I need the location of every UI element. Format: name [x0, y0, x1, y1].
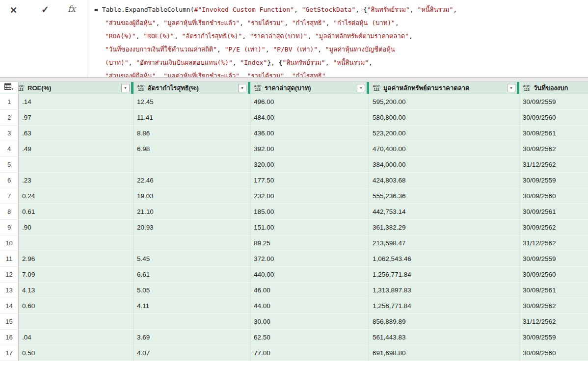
- data-cell[interactable]: .97: [19, 110, 134, 126]
- data-cell[interactable]: 177.50: [250, 173, 369, 188]
- data-cell[interactable]: .04: [19, 330, 134, 345]
- data-cell[interactable]: 30/09/2559: [519, 251, 588, 267]
- row-number[interactable]: 8: [0, 204, 19, 220]
- data-cell[interactable]: 30/09/2559: [519, 94, 588, 110]
- data-cell[interactable]: 361,382.29: [369, 220, 519, 235]
- data-cell[interactable]: 856,889.89: [369, 314, 519, 330]
- data-cell[interactable]: 30/09/2559: [519, 330, 588, 345]
- formula-input[interactable]: = Table.ExpandTableColumn(#"Invoked Cust…: [87, 0, 588, 77]
- data-cell[interactable]: 2.96: [19, 251, 134, 267]
- cancel-icon[interactable]: ✕: [10, 5, 17, 16]
- data-cell[interactable]: 30/09/2560: [519, 110, 588, 126]
- data-cell[interactable]: 372.00: [250, 251, 369, 267]
- data-cell[interactable]: 5.45: [134, 251, 250, 267]
- data-cell[interactable]: 62.50: [250, 330, 369, 345]
- data-cell[interactable]: 30/09/2561: [519, 126, 588, 141]
- data-cell[interactable]: 11.41: [134, 110, 250, 126]
- data-cell[interactable]: 185.00: [250, 204, 369, 220]
- data-cell[interactable]: 30.00: [250, 314, 369, 330]
- data-cell[interactable]: [134, 157, 250, 173]
- data-cell[interactable]: 22.46: [134, 173, 250, 188]
- filter-dropdown-button[interactable]: ▼: [507, 84, 515, 92]
- data-cell[interactable]: 0.50: [19, 345, 134, 361]
- row-number[interactable]: 6: [0, 173, 19, 188]
- data-cell[interactable]: 213,598.47: [369, 235, 519, 251]
- data-cell[interactable]: 31/12/2562: [519, 235, 588, 251]
- row-number[interactable]: 12: [0, 267, 19, 283]
- row-number[interactable]: 13: [0, 283, 19, 298]
- data-cell[interactable]: 0.61: [19, 204, 134, 220]
- row-number[interactable]: 9: [0, 220, 19, 235]
- data-cell[interactable]: 30/09/2559: [519, 173, 588, 188]
- select-all-button[interactable]: [0, 82, 19, 94]
- data-cell[interactable]: 6.98: [134, 141, 250, 157]
- data-cell[interactable]: 19.03: [134, 188, 250, 204]
- data-cell[interactable]: 4.13: [19, 283, 134, 298]
- data-cell[interactable]: 470,400.00: [369, 141, 519, 157]
- data-cell[interactable]: .90: [19, 220, 134, 235]
- data-cell[interactable]: 6.61: [134, 267, 250, 283]
- data-cell[interactable]: 89.25: [250, 235, 369, 251]
- row-number[interactable]: 16: [0, 330, 19, 345]
- data-cell[interactable]: 30/09/2562: [519, 220, 588, 235]
- data-cell[interactable]: 21.10: [134, 204, 250, 220]
- data-cell[interactable]: 595,200.00: [369, 94, 519, 110]
- data-cell[interactable]: 384,000.00: [369, 157, 519, 173]
- data-cell[interactable]: .49: [19, 141, 134, 157]
- data-cell[interactable]: .23: [19, 173, 134, 188]
- data-cell[interactable]: 523,200.00: [369, 126, 519, 141]
- filter-dropdown-button[interactable]: ▼: [238, 84, 246, 92]
- data-cell[interactable]: 4.07: [134, 345, 250, 361]
- data-cell[interactable]: .14: [19, 94, 134, 110]
- data-cell[interactable]: 3.69: [134, 330, 250, 345]
- column-header-5[interactable]: ABC123วันที่ของงบก▼: [519, 82, 588, 94]
- data-cell[interactable]: 436.00: [250, 126, 369, 141]
- data-cell[interactable]: [19, 157, 134, 173]
- data-cell[interactable]: 30/09/2560: [519, 267, 588, 283]
- data-cell[interactable]: 12.45: [134, 94, 250, 110]
- data-cell[interactable]: 4.11: [134, 298, 250, 314]
- data-cell[interactable]: 320.00: [250, 157, 369, 173]
- data-cell[interactable]: 30/09/2561: [519, 283, 588, 298]
- data-cell[interactable]: 44.00: [250, 298, 369, 314]
- row-number[interactable]: 2: [0, 110, 19, 126]
- row-number[interactable]: 5: [0, 157, 19, 173]
- data-cell[interactable]: [134, 235, 250, 251]
- data-cell[interactable]: 392.00: [250, 141, 369, 157]
- data-cell[interactable]: 496.00: [250, 94, 369, 110]
- data-cell[interactable]: 232.00: [250, 188, 369, 204]
- data-cell[interactable]: 30/09/2562: [519, 298, 588, 314]
- column-header-4[interactable]: ABC123มูลค่าหลักทรัพย์ตามราคาตลาด▼: [369, 82, 519, 94]
- data-cell[interactable]: 555,236.36: [369, 188, 519, 204]
- data-cell[interactable]: 5.05: [134, 283, 250, 298]
- data-cell[interactable]: 7.09: [19, 267, 134, 283]
- data-cell[interactable]: 151.00: [250, 220, 369, 235]
- data-cell[interactable]: 30/09/2562: [519, 141, 588, 157]
- row-number[interactable]: 3: [0, 126, 19, 141]
- row-number[interactable]: 11: [0, 251, 19, 267]
- data-cell[interactable]: 31/12/2562: [519, 157, 588, 173]
- data-cell[interactable]: 424,803.68: [369, 173, 519, 188]
- data-cell[interactable]: 1,256,771.84: [369, 298, 519, 314]
- data-cell[interactable]: [19, 235, 134, 251]
- data-cell[interactable]: 8.86: [134, 126, 250, 141]
- data-cell[interactable]: [134, 314, 250, 330]
- data-cell[interactable]: 440.00: [250, 267, 369, 283]
- data-cell[interactable]: 1,313,897.83: [369, 283, 519, 298]
- data-cell[interactable]: 580,800.00: [369, 110, 519, 126]
- confirm-icon[interactable]: ✓: [41, 4, 49, 15]
- data-cell[interactable]: 691,698.80: [369, 345, 519, 361]
- filter-dropdown-button[interactable]: ▼: [357, 84, 365, 92]
- column-header-3[interactable]: ABC123ราคาล่าสุด(บาท)▼: [250, 82, 369, 94]
- data-cell[interactable]: 0.60: [19, 298, 134, 314]
- data-cell[interactable]: 31/12/2562: [519, 314, 588, 330]
- data-cell[interactable]: 30/09/2560: [519, 345, 588, 361]
- data-cell[interactable]: 20.93: [134, 220, 250, 235]
- data-cell[interactable]: 0.24: [19, 188, 134, 204]
- data-cell[interactable]: .63: [19, 126, 134, 141]
- data-cell[interactable]: 1,256,771.84: [369, 267, 519, 283]
- data-cell[interactable]: [19, 314, 134, 330]
- data-cell[interactable]: 46.00: [250, 283, 369, 298]
- row-number[interactable]: 1: [0, 94, 19, 110]
- data-cell[interactable]: 484.00: [250, 110, 369, 126]
